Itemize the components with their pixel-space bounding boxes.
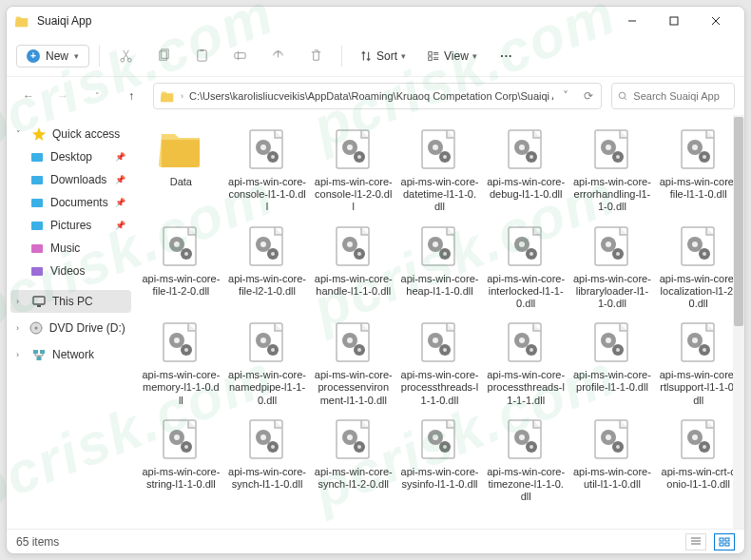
chevron-right-icon: ›	[16, 350, 26, 359]
disc-icon	[29, 320, 44, 336]
file-pane[interactable]: Dataapi-ms-win-core-console-l1-1-0.dllap…	[135, 115, 744, 529]
file-item[interactable]: api-ms-win-core-util-l1-1-0.dll	[570, 413, 655, 508]
file-item[interactable]: api-ms-win-core-memory-l1-1-0.dll	[139, 316, 223, 411]
sort-button[interactable]: Sort ▾	[352, 46, 414, 67]
delete-button[interactable]	[299, 42, 332, 70]
dll-icon	[244, 416, 290, 462]
file-item[interactable]: api-ms-win-core-timezone-l1-1-0.dll	[484, 413, 568, 508]
sidebar-network[interactable]: › Network	[10, 343, 131, 366]
svg-rect-20	[429, 51, 433, 55]
folder-type-icon	[29, 149, 45, 164]
sidebar-quick-access[interactable]: ˅ Quick access	[10, 123, 131, 145]
file-item[interactable]: api-ms-win-core-interlocked-l1-1-0.dll	[484, 220, 568, 315]
up-button[interactable]: ↑	[119, 84, 144, 108]
dll-icon	[244, 319, 290, 365]
scrollbar-thumb[interactable]	[734, 117, 743, 326]
close-button[interactable]	[695, 7, 737, 35]
minimize-button[interactable]	[611, 7, 653, 35]
address-bar: ← → ˅ ↑ › C:\Users\karolisliucveikis\App…	[7, 77, 744, 115]
file-item[interactable]: api-ms-win-core-console-l1-2-0.dll	[311, 123, 395, 218]
sidebar-dvd-drive[interactable]: › DVD Drive (D:) CCCC	[10, 317, 131, 339]
more-button[interactable]: ···	[491, 42, 523, 70]
copy-button[interactable]	[147, 42, 180, 70]
file-item[interactable]: api-ms-win-core-handle-l1-1-0.dll	[311, 220, 395, 315]
file-item[interactable]: api-ms-win-core-rtlsupport-l1-1-0.dll	[656, 316, 741, 411]
cut-button[interactable]	[109, 42, 142, 70]
dll-icon	[331, 126, 376, 172]
sidebar-item-music[interactable]: Music	[10, 237, 131, 260]
file-item[interactable]: api-ms-win-core-file-l1-2-0.dll	[139, 220, 223, 315]
details-view-button[interactable]	[685, 533, 706, 550]
new-button[interactable]: + New ▾	[16, 45, 89, 68]
dll-icon	[331, 223, 376, 269]
file-item[interactable]: api-ms-win-core-synch-l1-1-0.dll	[225, 413, 310, 508]
svg-rect-24	[31, 176, 43, 184]
window-title: Suaiqi App	[37, 14, 611, 28]
file-label: api-ms-win-core-errorhandling-l1-1-0.dll	[573, 176, 651, 214]
svg-rect-12	[670, 17, 678, 25]
file-item[interactable]: api-ms-win-core-synch-l1-2-0.dll	[311, 413, 395, 508]
maximize-button[interactable]	[653, 7, 695, 35]
file-item[interactable]: api-ms-win-core-debug-l1-1-0.dll	[484, 123, 568, 218]
refresh-button[interactable]: ⟳	[582, 89, 595, 103]
file-item[interactable]: api-ms-win-core-console-l1-1-0.dll	[225, 123, 310, 218]
sidebar-item-desktop[interactable]: Desktop📌	[10, 145, 131, 168]
search-input[interactable]	[633, 90, 728, 102]
file-label: api-ms-win-core-file-l1-2-0.dll	[142, 273, 220, 309]
network-label: Network	[52, 348, 94, 361]
view-button[interactable]: View ▾	[419, 46, 485, 67]
paste-button[interactable]	[185, 42, 218, 70]
sidebar-item-documents[interactable]: Documents📌	[10, 191, 131, 214]
titlebar[interactable]: Suaiqi App	[7, 7, 744, 35]
file-item[interactable]: api-ms-win-core-datetime-l1-1-0.dll	[397, 123, 482, 218]
sort-label: Sort	[376, 49, 397, 63]
rename-button[interactable]	[223, 42, 256, 70]
file-label: api-ms-win-crt-conio-l1-1-0.dll	[660, 466, 738, 502]
dll-icon	[503, 126, 549, 172]
this-pc-label: This PC	[52, 295, 93, 308]
file-item[interactable]: api-ms-win-core-localization-l1-2-0.dll	[656, 220, 741, 315]
file-item[interactable]: api-ms-win-core-libraryloader-l1-1-0.dll	[570, 220, 655, 315]
file-label: api-ms-win-core-synch-l1-1-0.dll	[228, 466, 306, 502]
file-item[interactable]: api-ms-win-core-errorhandling-l1-1-0.dll	[570, 123, 655, 218]
sidebar-item-label: Downloads	[50, 173, 106, 186]
svg-rect-21	[429, 56, 433, 60]
sort-icon	[359, 49, 373, 63]
file-label: api-ms-win-core-datetime-l1-1-0.dll	[400, 176, 478, 214]
star-icon	[31, 126, 47, 142]
share-button[interactable]	[261, 42, 294, 70]
sidebar-item-videos[interactable]: Videos	[10, 260, 131, 282]
file-item[interactable]: api-ms-win-crt-conio-l1-1-0.dll	[656, 413, 741, 508]
file-item[interactable]: api-ms-win-core-processthreads-l1-1-0.dl…	[397, 316, 482, 411]
sidebar-this-pc[interactable]: › This PC	[10, 290, 131, 313]
file-item[interactable]: api-ms-win-core-processthreads-l1-1-1.dl…	[484, 316, 568, 411]
file-item[interactable]: api-ms-win-core-processenvironment-l1-1-…	[311, 316, 395, 411]
file-item[interactable]: api-ms-win-core-file-l2-1-0.dll	[225, 220, 310, 315]
svg-rect-31	[720, 543, 723, 546]
file-item[interactable]: api-ms-win-core-file-l1-1-0.dll	[656, 123, 741, 218]
view-label: View	[444, 49, 469, 63]
file-item[interactable]: api-ms-win-core-namedpipe-l1-1-0.dll	[225, 316, 310, 411]
address-path: C:\Users\karolisliucveikis\AppData\Roami…	[189, 90, 553, 102]
file-label: api-ms-win-core-heap-l1-1-0.dll	[400, 273, 478, 309]
file-item[interactable]: api-ms-win-core-profile-l1-1-0.dll	[570, 316, 655, 411]
back-button[interactable]: ←	[16, 84, 41, 108]
file-label: api-ms-win-core-processenvironment-l1-1-…	[315, 369, 393, 407]
scrollbar[interactable]	[733, 115, 744, 529]
folder-item[interactable]: Data	[139, 123, 223, 218]
icons-view-button[interactable]	[714, 533, 735, 550]
recent-chevron[interactable]: ˅	[85, 84, 109, 108]
dll-icon	[244, 126, 290, 172]
file-item[interactable]: api-ms-win-core-heap-l1-1-0.dll	[397, 220, 482, 315]
file-item[interactable]: api-ms-win-core-sysinfo-l1-1-0.dll	[397, 413, 482, 508]
address-box[interactable]: › C:\Users\karolisliucveikis\AppData\Roa…	[153, 83, 602, 109]
chevron-down-icon[interactable]: ˅	[559, 89, 572, 103]
svg-rect-26	[31, 222, 43, 230]
sidebar-item-pictures[interactable]: Pictures📌	[10, 214, 131, 237]
dll-icon	[331, 416, 376, 462]
forward-button[interactable]: →	[50, 84, 75, 108]
search-box[interactable]	[611, 83, 735, 109]
file-item[interactable]: api-ms-win-core-string-l1-1-0.dll	[139, 413, 223, 508]
plus-icon: +	[27, 49, 40, 63]
sidebar-item-downloads[interactable]: Downloads📌	[10, 168, 131, 191]
